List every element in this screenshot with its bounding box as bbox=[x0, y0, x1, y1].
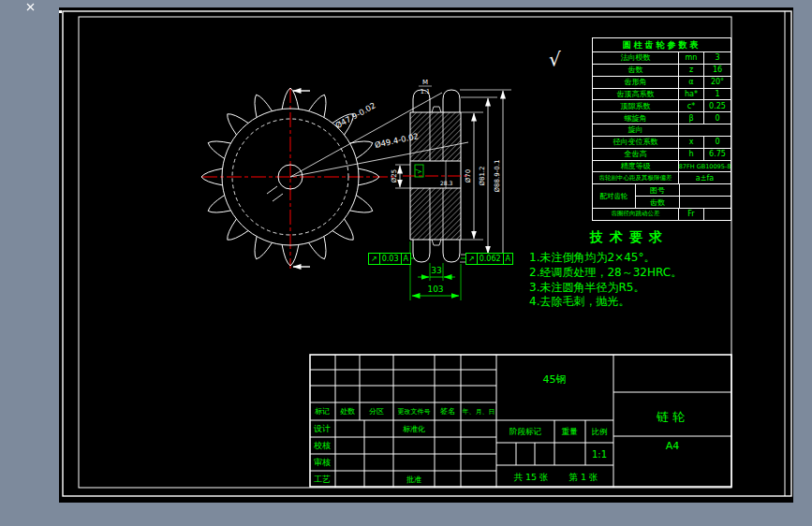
fcf-right-tolerance: 0.062 bbox=[477, 254, 503, 264]
fcf-right: ↗0.062A bbox=[465, 253, 513, 265]
weight-label: 重量 bbox=[562, 427, 579, 436]
role-label: 工艺 bbox=[314, 475, 331, 484]
table-row: 齿数z16 bbox=[593, 64, 731, 76]
tech-requirement-item: 4.去除毛刺，抛光。 bbox=[523, 295, 736, 310]
sheet-number: 第 1 张 bbox=[568, 472, 598, 482]
gear-table-title: 圆柱齿轮参数表 bbox=[593, 38, 731, 51]
tech-requirements-title: 技术要求 bbox=[523, 229, 736, 246]
role-label: 设计 bbox=[314, 424, 331, 433]
rev-header: 分区 bbox=[369, 407, 384, 416]
paper-size: A4 bbox=[666, 440, 680, 452]
tech-requirement-item: 3.未注圆角半径为R5。 bbox=[523, 281, 736, 296]
fcf-right-datum: A bbox=[503, 254, 512, 264]
table-row: 全齿高h6.75 bbox=[593, 148, 731, 160]
precision-row: 精度等级887FH GB10095-88 bbox=[593, 160, 731, 172]
fcf-left-datum: A bbox=[401, 254, 410, 264]
rev-header: 标记 bbox=[315, 407, 330, 416]
title-block-labels: 标记 处数 分区 更改文件号 签名 年、月、日 设计 校核 审核 工艺 标准化 … bbox=[314, 373, 688, 484]
cursor-cross-icon bbox=[27, 4, 34, 10]
table-row: 法向模数mn3 bbox=[593, 51, 731, 64]
mating-gear-rows: 配对齿轮 图号 齿数 bbox=[593, 183, 731, 208]
table-row: 顶隙系数c*0.25 bbox=[593, 99, 731, 111]
table-row: 径向变位系数x0 bbox=[593, 136, 731, 148]
scale-label: 比例 bbox=[592, 427, 608, 436]
table-row: 图号 bbox=[636, 184, 731, 196]
runout-row: 齿圈径向跳动公差Fr bbox=[593, 208, 731, 220]
approval-label: 批准 bbox=[406, 475, 421, 484]
gear-parameter-table: 圆柱齿轮参数表 法向模数mn3 齿数z16 齿形角α20° 齿顶高系数ha*1 … bbox=[592, 37, 731, 221]
rev-header: 签名 bbox=[440, 407, 455, 416]
rev-header: 年、月、日 bbox=[463, 408, 495, 416]
tech-requirement-item: 1.未注倒角均为2×45°。 bbox=[523, 251, 736, 266]
stage-mark-label: 阶段标记 bbox=[509, 427, 542, 436]
fcf-left: ↗0.03A bbox=[368, 253, 411, 265]
rev-header: 更改文件号 bbox=[398, 407, 431, 416]
table-row: 齿形角α20° bbox=[593, 76, 731, 88]
sheets-total: 共 15 张 bbox=[513, 472, 548, 482]
rev-header: 处数 bbox=[340, 407, 355, 416]
role-label: 校核 bbox=[314, 441, 331, 450]
material: 45钢 bbox=[543, 373, 567, 386]
table-row: 齿顶高系数ha*1 bbox=[593, 88, 731, 100]
tech-requirement-item: 2.经调质处理，28～32HRC。 bbox=[523, 266, 736, 281]
technical-requirements: 技术要求 1.未注倒角均为2×45°。 2.经调质处理，28～32HRC。 3.… bbox=[523, 229, 736, 310]
table-row: 齿数 bbox=[636, 196, 731, 208]
center-distance-row: 齿轮副中心距及其极限偏差a±fa bbox=[593, 171, 731, 183]
role-label: 审核 bbox=[314, 458, 331, 467]
title-block: 标记 处数 分区 更改文件号 签名 年、月、日 设计 校核 审核 工艺 标准化 … bbox=[309, 354, 732, 488]
fcf-left-tolerance: 0.03 bbox=[379, 254, 401, 264]
part-name: 链轮 bbox=[656, 410, 688, 424]
table-row: 螺旋角β0 bbox=[593, 111, 731, 124]
cad-drawing-window: { "page": { "background": "#7d8a9c", "sh… bbox=[0, 0, 812, 526]
fcf-left-symbol-icon: ↗ bbox=[369, 254, 379, 264]
title-block-grid: 标记 处数 分区 更改文件号 签名 年、月、日 设计 校核 审核 工艺 标准化 … bbox=[309, 354, 732, 488]
scale-value: 1:1 bbox=[592, 449, 607, 460]
standardization-label: 标准化 bbox=[403, 425, 425, 433]
fcf-right-symbol-icon: ↗ bbox=[466, 254, 477, 264]
table-row: 旋向 bbox=[593, 124, 731, 136]
